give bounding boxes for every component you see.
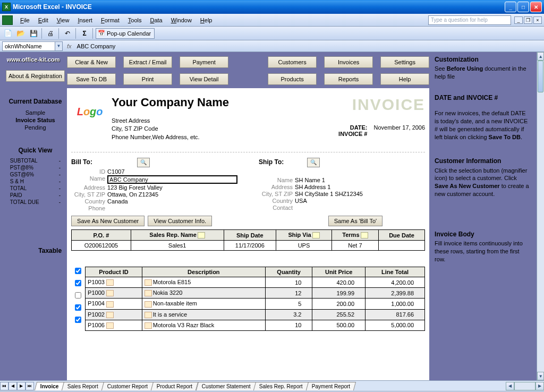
order-cell[interactable]: Net 7 — [332, 241, 378, 251]
tab-nav-prev[interactable]: ◀ — [8, 382, 17, 390]
menu-file[interactable]: File — [16, 16, 34, 24]
line-total-cell[interactable]: 1,000.00 — [366, 299, 425, 309]
menu-window[interactable]: Window — [167, 16, 196, 24]
order-cell[interactable]: O200612005 — [72, 241, 131, 251]
hscroll-left-button[interactable]: ◀ — [506, 382, 514, 390]
line-total-cell[interactable]: 2,399.88 — [366, 288, 425, 299]
save-as-new-customer-button[interactable]: Save As New Customer — [71, 216, 144, 226]
excel-doc-icon[interactable] — [2, 15, 13, 25]
unit-price-cell[interactable]: 199.99 — [312, 288, 366, 299]
autosum-button[interactable] — [79, 28, 90, 39]
menu-data[interactable]: Data — [146, 16, 166, 24]
ship-to-contact[interactable] — [295, 204, 425, 211]
product-id-cell[interactable]: P1003 — [86, 277, 142, 288]
open-button[interactable] — [15, 28, 27, 39]
popup-calendar-button[interactable]: Pop-up Calendar — [96, 28, 155, 39]
quantity-cell[interactable]: 12 — [265, 288, 312, 299]
payment-button[interactable]: Payment — [180, 56, 228, 68]
order-cell[interactable]: 11/17/2006 — [224, 241, 276, 251]
menu-edit[interactable]: Edit — [34, 16, 53, 24]
save-to-db-button[interactable]: Save To DB — [67, 73, 116, 85]
taxable-checkbox[interactable] — [75, 280, 81, 286]
products-button[interactable]: Products — [268, 73, 317, 85]
menu-insert[interactable]: Insert — [73, 16, 97, 24]
print-button[interactable] — [45, 28, 56, 39]
invoices-button[interactable]: Invoices — [324, 56, 373, 68]
taxable-checkbox[interactable] — [75, 292, 81, 299]
bill-to-phone[interactable] — [107, 205, 237, 211]
tab-nav-last[interactable]: ⏭ — [26, 382, 34, 390]
scroll-thumb[interactable] — [538, 61, 543, 92]
bill-to-country[interactable]: Canada — [107, 198, 237, 204]
company-address[interactable]: Street Address City, ST ZIP Code Phone N… — [112, 117, 229, 141]
description-cell[interactable]: Motorola V3 Razr Black — [142, 320, 265, 330]
company-name[interactable]: Your Company Name — [112, 96, 229, 109]
vertical-scrollbar[interactable]: ▲ ▼ — [537, 52, 544, 380]
close-button[interactable]: ✕ — [530, 2, 542, 12]
help-button[interactable]: Help — [380, 73, 429, 85]
maximize-button[interactable]: □ — [517, 2, 529, 12]
description-cell[interactable]: Motorola E815 — [142, 277, 265, 288]
unit-price-cell[interactable]: 255.52 — [312, 309, 366, 320]
bill-to-name[interactable]: ABC Company — [107, 175, 237, 184]
line-total-cell[interactable]: 5,000.00 — [366, 320, 425, 330]
lookup-icon[interactable] — [312, 232, 320, 238]
taxable-checkbox[interactable] — [75, 304, 81, 311]
quantity-cell[interactable]: 10 — [265, 320, 312, 330]
help-search-input[interactable]: Type a question for help — [428, 15, 511, 25]
ship-to-address[interactable]: SH Address 1 — [295, 184, 425, 190]
sheet-tab-customer-report[interactable]: Customer Report — [101, 382, 154, 390]
ship-to-name[interactable]: SH Name 1 — [295, 177, 425, 183]
minimize-button[interactable]: _ — [505, 2, 516, 12]
sheet-tab-product-report[interactable]: Product Report — [151, 382, 199, 390]
extract-email-button[interactable]: Extract / Email — [123, 56, 172, 68]
print-button[interactable]: Print — [123, 73, 172, 85]
ship-to-csz[interactable]: SH CityState 1 SHZ12345 — [295, 191, 425, 197]
quantity-cell[interactable]: 5 — [265, 299, 312, 309]
product-id-cell[interactable]: P1004 — [86, 299, 142, 309]
product-lookup-icon[interactable] — [106, 312, 114, 318]
line-total-cell[interactable]: 4,200.00 — [366, 277, 425, 288]
name-box-dropdown[interactable]: ▼ — [55, 41, 63, 51]
mdi-minimize-button[interactable]: _ — [514, 16, 523, 24]
order-cell[interactable]: Sales1 — [131, 241, 224, 251]
sheet-tab-sales-rep-report[interactable]: Sales Rep. Report — [253, 382, 309, 390]
quantity-cell[interactable]: 3.2 — [265, 309, 312, 320]
fx-label[interactable]: fx — [67, 43, 72, 49]
bill-to-id[interactable]: C1007 — [107, 168, 237, 175]
scroll-down-button[interactable]: ▼ — [537, 372, 544, 380]
unit-price-cell[interactable]: 200.00 — [312, 299, 366, 309]
settings-button[interactable]: Settings — [380, 56, 429, 68]
save-button[interactable] — [28, 28, 39, 39]
product-lookup-icon[interactable] — [106, 279, 114, 286]
sheet-tab-sales-report[interactable]: Sales Report — [62, 382, 104, 390]
sheet-tab-customer-statement[interactable]: Customer Statement — [196, 382, 257, 390]
order-cell[interactable]: UPS — [276, 241, 332, 251]
quantity-cell[interactable]: 10 — [265, 277, 312, 288]
view-customer-info-button[interactable]: View Customer Info. — [148, 216, 212, 226]
mdi-restore-button[interactable]: ❐ — [524, 16, 532, 24]
bill-to-csz[interactable]: Ottawa, On Z12345 — [107, 191, 237, 198]
product-id-cell[interactable]: P1000 — [86, 288, 142, 299]
product-id-cell[interactable]: P1006 — [86, 320, 142, 330]
site-link[interactable]: www.office-kit.com — [6, 55, 65, 64]
lookup-icon[interactable] — [361, 232, 368, 238]
scroll-up-button[interactable]: ▲ — [537, 52, 544, 61]
product-id-cell[interactable]: P1002 — [86, 309, 142, 320]
about-registration-button[interactable]: About & Registration — [6, 70, 65, 82]
unit-price-cell[interactable]: 420.00 — [312, 277, 366, 288]
menu-tools[interactable]: Tools — [124, 16, 146, 24]
menu-format[interactable]: Format — [97, 16, 124, 24]
product-lookup-icon[interactable] — [106, 290, 114, 296]
description-cell[interactable]: Non-taxable item — [142, 299, 265, 309]
ship-to-country[interactable]: USA — [295, 198, 425, 204]
mdi-close-button[interactable]: × — [533, 16, 542, 24]
order-cell[interactable] — [378, 241, 424, 251]
taxable-checkbox[interactable] — [75, 317, 81, 323]
hscroll-right-button[interactable]: ▶ — [536, 382, 544, 390]
product-lookup-icon[interactable] — [106, 322, 114, 329]
menu-view[interactable]: View — [53, 16, 74, 24]
undo-button[interactable]: ↶ — [62, 28, 73, 39]
description-cell[interactable]: It is a service — [142, 309, 265, 320]
reports-button[interactable]: Reports — [324, 73, 373, 85]
